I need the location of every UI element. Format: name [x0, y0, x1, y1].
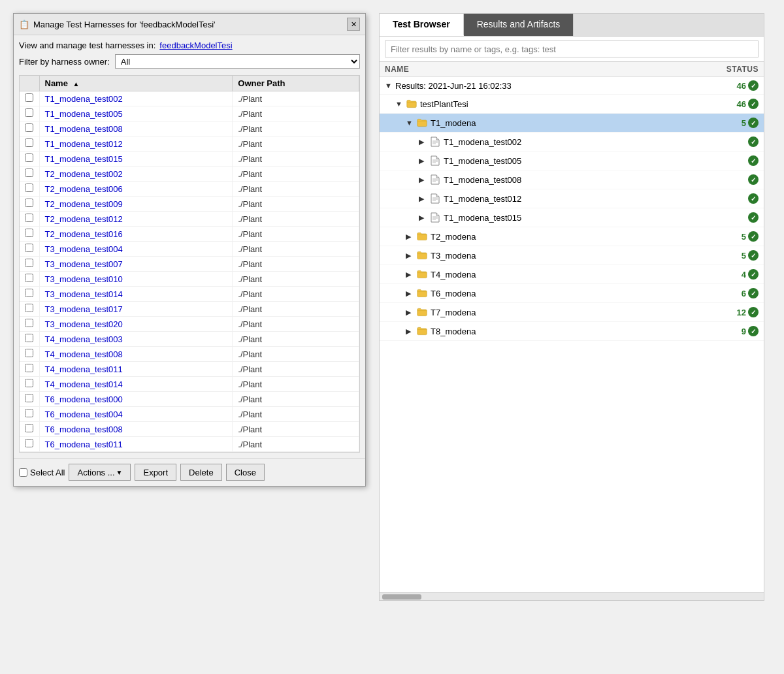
- expand-arrow[interactable]: ▶: [406, 289, 414, 298]
- row-checkbox[interactable]: [25, 439, 33, 447]
- table-row[interactable]: T3_modena_test010 ./Plant: [20, 272, 359, 287]
- results-filter-input[interactable]: [385, 40, 759, 57]
- row-checkbox[interactable]: [25, 394, 33, 402]
- table-row[interactable]: T4_modena_test008 ./Plant: [20, 347, 359, 362]
- table-row[interactable]: T2_modena_test002 ./Plant: [20, 167, 359, 182]
- close-button[interactable]: Close: [226, 464, 265, 481]
- row-name[interactable]: T1_modena_test002: [39, 91, 233, 106]
- row-name[interactable]: T1_modena_test012: [39, 136, 233, 152]
- list-item[interactable]: ▼ testPlantTesi 46 ✓: [380, 95, 764, 114]
- row-name[interactable]: T3_modena_test014: [39, 287, 233, 302]
- row-name[interactable]: T4_modena_test014: [39, 377, 233, 392]
- expand-arrow[interactable]: ▶: [419, 214, 427, 222]
- list-item[interactable]: ▶ T8_modena 9 ✓: [380, 322, 764, 341]
- row-checkbox[interactable]: [25, 93, 33, 102]
- row-checkbox[interactable]: [25, 229, 33, 237]
- expand-arrow[interactable]: ▶: [406, 251, 414, 260]
- list-item[interactable]: ▶ T2_modena 5 ✓: [380, 227, 764, 246]
- list-item[interactable]: ▼ T1_modena 5 ✓: [380, 114, 764, 133]
- row-name[interactable]: T2_modena_test002: [39, 167, 233, 182]
- row-checkbox[interactable]: [25, 168, 33, 177]
- row-name[interactable]: T4_modena_test008: [39, 347, 233, 362]
- row-name[interactable]: T1_modena_test015: [39, 152, 233, 167]
- table-row[interactable]: T1_modena_test005 ./Plant: [20, 106, 359, 121]
- table-row[interactable]: T4_modena_test014 ./Plant: [20, 377, 359, 392]
- expand-arrow[interactable]: ▶: [419, 157, 427, 165]
- export-button[interactable]: Export: [135, 464, 176, 481]
- row-name[interactable]: T3_modena_test004: [39, 242, 233, 257]
- row-name[interactable]: T2_modena_test016: [39, 227, 233, 242]
- list-item[interactable]: ▶ T7_modena 12 ✓: [380, 303, 764, 322]
- row-name[interactable]: T6_modena_test008: [39, 422, 233, 437]
- row-checkbox[interactable]: [25, 199, 33, 207]
- row-name[interactable]: T2_modena_test009: [39, 197, 233, 212]
- list-item[interactable]: ▶ T3_modena 5 ✓: [380, 246, 764, 265]
- table-row[interactable]: T6_modena_test000 ./Plant: [20, 392, 359, 407]
- list-item[interactable]: ▶ T6_modena 6 ✓: [380, 284, 764, 303]
- tab-test-browser[interactable]: Test Browser: [380, 14, 464, 36]
- table-row[interactable]: T2_modena_test006 ./Plant: [20, 182, 359, 197]
- row-checkbox[interactable]: [25, 304, 33, 312]
- row-checkbox[interactable]: [25, 424, 33, 432]
- row-name[interactable]: T3_modena_test020: [39, 317, 233, 332]
- table-row[interactable]: T6_modena_test004 ./Plant: [20, 407, 359, 422]
- row-checkbox[interactable]: [25, 244, 33, 252]
- row-name[interactable]: T1_modena_test008: [39, 121, 233, 136]
- tab-results-artifacts[interactable]: Results and Artifacts: [464, 14, 574, 36]
- filter-owner-select[interactable]: All: [115, 54, 360, 69]
- list-item[interactable]: ▶ T1_modena_test005 ✓: [380, 152, 764, 170]
- collapse-arrow[interactable]: ▼: [385, 82, 393, 89]
- table-row[interactable]: T3_modena_test007 ./Plant: [20, 257, 359, 272]
- row-checkbox[interactable]: [25, 409, 33, 417]
- delete-button[interactable]: Delete: [180, 464, 222, 481]
- list-item[interactable]: ▶ T1_modena_test012 ✓: [380, 189, 764, 208]
- row-name[interactable]: T3_modena_test017: [39, 302, 233, 317]
- row-checkbox[interactable]: [25, 349, 33, 357]
- table-row[interactable]: T4_modena_test003 ./Plant: [20, 332, 359, 347]
- table-row[interactable]: T1_modena_test015 ./Plant: [20, 152, 359, 167]
- row-checkbox[interactable]: [25, 334, 33, 342]
- row-checkbox[interactable]: [25, 214, 33, 222]
- row-checkbox[interactable]: [25, 259, 33, 267]
- select-all-container[interactable]: Select All: [19, 468, 65, 477]
- row-name[interactable]: T3_modena_test010: [39, 272, 233, 287]
- expand-arrow[interactable]: ▶: [419, 195, 427, 203]
- row-name[interactable]: T6_modena_test004: [39, 407, 233, 422]
- col-header-name[interactable]: Name ▲: [39, 76, 233, 91]
- scrollbar-thumb[interactable]: [382, 594, 421, 600]
- table-row[interactable]: T2_modena_test012 ./Plant: [20, 212, 359, 227]
- table-row[interactable]: T4_modena_test011 ./Plant: [20, 362, 359, 377]
- table-row[interactable]: T1_modena_test012 ./Plant: [20, 136, 359, 152]
- expand-arrow[interactable]: ▶: [406, 308, 414, 317]
- collapse-arrow[interactable]: ▼: [395, 100, 403, 108]
- row-checkbox[interactable]: [25, 153, 33, 162]
- row-name[interactable]: T2_modena_test012: [39, 212, 233, 227]
- list-item[interactable]: ▶ T1_modena_test015 ✓: [380, 208, 764, 227]
- close-icon[interactable]: ✕: [347, 18, 360, 31]
- table-row[interactable]: T2_modena_test016 ./Plant: [20, 227, 359, 242]
- table-row[interactable]: T6_modena_test008 ./Plant: [20, 422, 359, 437]
- table-row[interactable]: T6_modena_test011 ./Plant: [20, 437, 359, 452]
- expand-arrow[interactable]: ▶: [406, 270, 414, 279]
- row-checkbox[interactable]: [25, 108, 33, 117]
- row-name[interactable]: T4_modena_test003: [39, 332, 233, 347]
- row-checkbox[interactable]: [25, 319, 33, 327]
- table-row[interactable]: T1_modena_test002 ./Plant: [20, 91, 359, 106]
- select-all-checkbox[interactable]: [19, 468, 27, 477]
- actions-button[interactable]: Actions ... ▼: [69, 464, 131, 481]
- row-checkbox[interactable]: [25, 289, 33, 297]
- row-checkbox[interactable]: [25, 184, 33, 192]
- horizontal-scrollbar[interactable]: [380, 592, 764, 600]
- row-name[interactable]: T4_modena_test011: [39, 362, 233, 377]
- list-item[interactable]: ▶ T1_modena_test008 ✓: [380, 170, 764, 189]
- list-item[interactable]: ▶ T4_modena 4 ✓: [380, 265, 764, 284]
- collapse-arrow[interactable]: ▼: [406, 119, 414, 127]
- expand-arrow[interactable]: ▶: [406, 233, 414, 241]
- harness-link[interactable]: feedbackModelTesi: [159, 40, 232, 50]
- row-name[interactable]: T2_modena_test006: [39, 182, 233, 197]
- row-name[interactable]: T6_modena_test000: [39, 392, 233, 407]
- row-checkbox[interactable]: [25, 274, 33, 282]
- row-checkbox[interactable]: [25, 364, 33, 372]
- expand-arrow[interactable]: ▶: [419, 138, 427, 146]
- table-row[interactable]: T1_modena_test008 ./Plant: [20, 121, 359, 136]
